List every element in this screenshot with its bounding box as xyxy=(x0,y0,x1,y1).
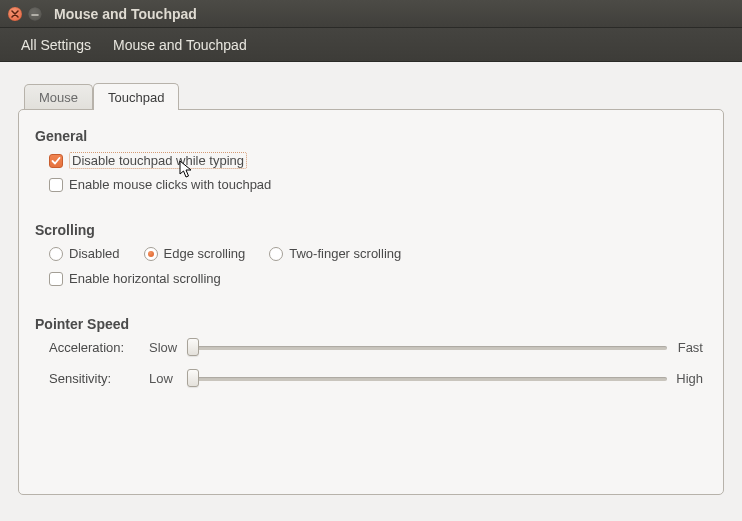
breadcrumb-current[interactable]: Mouse and Touchpad xyxy=(102,30,258,60)
content-area: Mouse Touchpad General Disable touchpad … xyxy=(0,62,742,513)
tab-touchpad[interactable]: Touchpad xyxy=(93,83,179,110)
radio-input-two-finger[interactable] xyxy=(269,247,283,261)
titlebar[interactable]: Mouse and Touchpad xyxy=(0,0,742,28)
pointer-speed-grid: Acceleration: Slow Fast Sensitivity: Low… xyxy=(49,340,703,386)
window-title: Mouse and Touchpad xyxy=(54,6,197,22)
label-sensitivity-high: High xyxy=(667,371,703,386)
tabs-row: Mouse Touchpad xyxy=(24,82,724,109)
label-enable-mouse-clicks: Enable mouse clicks with touchpad xyxy=(69,177,271,192)
slider-acceleration[interactable] xyxy=(187,346,667,350)
slider-thumb-acceleration[interactable] xyxy=(187,338,199,356)
section-title-pointer-speed: Pointer Speed xyxy=(35,316,703,332)
slider-sensitivity[interactable] xyxy=(187,377,667,381)
option-horizontal-scrolling[interactable]: Enable horizontal scrolling xyxy=(49,271,703,286)
slider-thumb-sensitivity[interactable] xyxy=(187,369,199,387)
label-acceleration-low: Slow xyxy=(149,340,187,355)
window-close-button[interactable] xyxy=(8,7,22,21)
label-sensitivity: Sensitivity: xyxy=(49,371,149,386)
radio-input-disabled[interactable] xyxy=(49,247,63,261)
label-horizontal-scrolling: Enable horizontal scrolling xyxy=(69,271,221,286)
section-title-general: General xyxy=(35,128,703,144)
label-sensitivity-low: Low xyxy=(149,371,187,386)
radio-label-edge: Edge scrolling xyxy=(164,246,246,261)
checkbox-disable-while-typing[interactable] xyxy=(49,154,63,168)
tab-mouse[interactable]: Mouse xyxy=(24,84,93,111)
option-disable-while-typing[interactable]: Disable touchpad while typing xyxy=(49,152,703,169)
label-acceleration: Acceleration: xyxy=(49,340,149,355)
settings-panel: General Disable touchpad while typing En… xyxy=(18,109,724,495)
label-acceleration-high: Fast xyxy=(667,340,703,355)
all-settings-button[interactable]: All Settings xyxy=(10,30,102,60)
radio-label-two-finger: Two-finger scrolling xyxy=(289,246,401,261)
checkbox-enable-mouse-clicks[interactable] xyxy=(49,178,63,192)
option-enable-mouse-clicks[interactable]: Enable mouse clicks with touchpad xyxy=(49,177,703,192)
section-title-scrolling: Scrolling xyxy=(35,222,703,238)
checkbox-horizontal-scrolling[interactable] xyxy=(49,272,63,286)
radio-label-disabled: Disabled xyxy=(69,246,120,261)
radio-input-edge[interactable] xyxy=(144,247,158,261)
radio-scrolling-disabled[interactable]: Disabled xyxy=(49,246,120,261)
radio-scrolling-two-finger[interactable]: Two-finger scrolling xyxy=(269,246,401,261)
toolbar: All Settings Mouse and Touchpad xyxy=(0,28,742,62)
window-minimize-button[interactable] xyxy=(28,7,42,21)
scrolling-radio-group: Disabled Edge scrolling Two-finger scrol… xyxy=(49,246,703,261)
radio-scrolling-edge[interactable]: Edge scrolling xyxy=(144,246,246,261)
window: Mouse and Touchpad All Settings Mouse an… xyxy=(0,0,742,513)
label-disable-while-typing: Disable touchpad while typing xyxy=(69,152,247,169)
